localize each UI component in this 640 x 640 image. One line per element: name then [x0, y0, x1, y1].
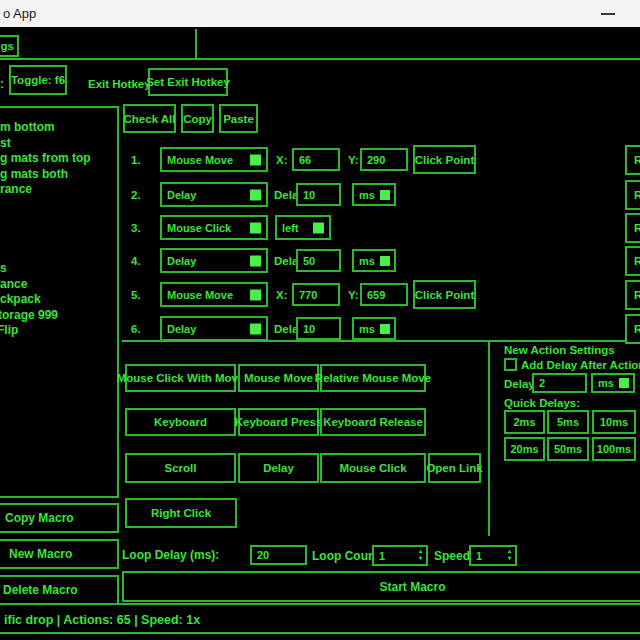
spinner-up-icon[interactable]: ▴	[508, 548, 511, 555]
remove-button[interactable]: R	[625, 180, 640, 210]
delay-unit-label: ms	[359, 323, 375, 335]
status-text: ific drop | Actions: 65 | Speed: 1x	[4, 613, 200, 627]
macro-button-delete-macro[interactable]: Delete Macro	[0, 575, 119, 605]
macro-list-item[interactable]: g mats from top	[0, 151, 91, 167]
action-button-mouse-move[interactable]: Mouse Move	[238, 364, 319, 392]
action-row: 3.Mouse Clickleft	[122, 213, 640, 244]
remove-button[interactable]: R	[625, 145, 640, 175]
macro-list-item[interactable]: torage 999	[0, 308, 58, 324]
action-button-delay[interactable]: Delay	[238, 453, 319, 483]
delay-input[interactable]: 10	[296, 317, 341, 340]
quick-delay-button-10ms[interactable]: 10ms	[592, 410, 636, 434]
action-button-keyboard-press[interactable]: Keyboard Press	[238, 408, 319, 436]
remove-button[interactable]: R	[625, 213, 640, 243]
action-row-number: 3.	[131, 222, 141, 234]
action-row: 1.Mouse MoveX:66Y:290Click Point	[122, 145, 640, 176]
macro-list-item[interactable]: rance	[0, 182, 32, 198]
spinner-down-icon[interactable]: ▾	[419, 555, 422, 562]
macro-list-item[interactable]: st	[0, 136, 11, 152]
action-button-keyboard[interactable]: Keyboard	[125, 408, 236, 436]
dropdown-indicator-icon	[380, 324, 390, 334]
spinner-down-icon[interactable]: ▾	[508, 555, 511, 562]
macro-list-item[interactable]: Flip	[0, 323, 18, 339]
macro-list-item[interactable]: m bottom	[0, 120, 55, 136]
quick-delay-button-5ms[interactable]: 5ms	[547, 410, 589, 434]
macro-button-new-macro[interactable]: New Macro	[0, 539, 119, 569]
start-macro-button[interactable]: Start Macro	[122, 571, 640, 602]
exit-hotkey-label: Exit Hotkey:	[88, 78, 154, 90]
action-button-mouse-click[interactable]: Mouse Click	[320, 453, 426, 483]
loop-count-stepper[interactable]: 1 ▴▾	[372, 545, 428, 566]
action-type-dropdown[interactable]: Delay	[160, 316, 268, 341]
x-input[interactable]: 66	[292, 148, 340, 171]
speed-label: Speed:	[434, 549, 474, 563]
spinner-up-icon[interactable]: ▴	[419, 548, 422, 555]
title-bar: o App	[0, 0, 640, 27]
click-point-button[interactable]: Click Point	[413, 145, 476, 174]
action-button-open-link[interactable]: Open Link	[428, 453, 481, 483]
action-button-relative-mouse-move[interactable]: Relative Mouse Move	[320, 364, 426, 392]
quick-delay-button-20ms[interactable]: 20ms	[504, 437, 545, 461]
speed-stepper[interactable]: 1 ▴▾	[469, 545, 517, 566]
quick-delay-button-2ms[interactable]: 2ms	[504, 410, 545, 434]
action-button-scroll[interactable]: Scroll	[125, 453, 236, 483]
action-row-number: 1.	[131, 154, 141, 166]
delay-unit-label: ms	[359, 255, 375, 267]
loop-delay-input[interactable]: 20	[250, 545, 307, 565]
macro-list-item[interactable]: ance	[0, 277, 27, 293]
delay-unit-dropdown[interactable]: ms	[352, 183, 396, 206]
action-type-dropdown[interactable]: Mouse Move	[160, 282, 268, 307]
macro-list-item[interactable]: ckpack	[0, 292, 41, 308]
menu-bottom-border	[0, 58, 640, 60]
action-type-dropdown[interactable]: Mouse Click	[160, 215, 268, 240]
copy-button[interactable]: Copy	[181, 104, 214, 133]
action-button-mouse-click-with-move[interactable]: Mouse Click With Move	[125, 364, 236, 392]
action-row-number: 6.	[131, 323, 141, 335]
app-window: o App gs : Toggle: f6 Exit Hotkey: Set E…	[0, 0, 640, 640]
macro-list-item[interactable]: s	[0, 261, 7, 277]
add-delay-checkbox[interactable]	[504, 358, 517, 371]
delay-input[interactable]: 10	[296, 183, 341, 206]
dropdown-indicator-icon	[380, 256, 390, 266]
macro-button-copy-macro[interactable]: Copy Macro	[0, 503, 119, 533]
action-type-dropdown[interactable]: Delay	[160, 248, 268, 273]
macro-list-item[interactable]: g mats both	[0, 167, 68, 183]
action-type-label: Mouse Move	[167, 289, 233, 301]
delay-input[interactable]: 50	[296, 249, 341, 272]
action-row: 5.Mouse MoveX:770Y:659Click Point	[122, 280, 640, 311]
remove-button[interactable]: R	[625, 314, 640, 344]
click-option-dropdown[interactable]: left	[275, 215, 331, 240]
click-point-button[interactable]: Click Point	[413, 280, 476, 309]
toggle-hotkey-button[interactable]: Toggle: f6	[9, 65, 67, 95]
y-input[interactable]: 659	[360, 283, 408, 306]
settings-panel-title: New Action Settings	[504, 344, 615, 356]
minimize-icon[interactable]	[601, 13, 615, 15]
remove-button[interactable]: R	[625, 246, 640, 276]
dropdown-indicator-icon	[250, 323, 261, 334]
actions-bottom-border	[122, 340, 640, 342]
quick-delay-button-100ms[interactable]: 100ms	[592, 437, 636, 461]
delay-unit-dropdown[interactable]: ms	[352, 249, 396, 272]
x-input[interactable]: 770	[292, 283, 340, 306]
menu-settings-button[interactable]: gs	[0, 35, 19, 57]
action-type-dropdown[interactable]: Mouse Move	[160, 147, 268, 172]
delay-unit-dropdown[interactable]: ms	[352, 317, 396, 340]
action-type-dropdown[interactable]: Delay	[160, 182, 268, 207]
action-button-right-click[interactable]: Right Click	[125, 498, 237, 528]
dropdown-indicator-icon	[250, 189, 261, 200]
check-all-button[interactable]: Check All	[123, 104, 176, 133]
add-delay-label: Add Delay After Action	[521, 359, 640, 371]
settings-delay-input[interactable]: 2	[532, 373, 587, 393]
action-button-keyboard-release[interactable]: Keyboard Release	[320, 408, 426, 436]
quick-delay-button-50ms[interactable]: 50ms	[547, 437, 589, 461]
hotkey-label-fragment: :	[0, 77, 4, 91]
menu-separator-line	[195, 29, 197, 58]
dropdown-indicator-icon	[619, 378, 629, 388]
set-exit-hotkey-button[interactable]: Set Exit Hotkey	[148, 68, 228, 96]
paste-button[interactable]: Paste	[219, 104, 258, 133]
loop-delay-label: Loop Delay (ms):	[122, 548, 219, 562]
y-input[interactable]: 290	[360, 148, 408, 171]
settings-delay-unit-dropdown[interactable]: ms	[591, 373, 635, 393]
remove-button[interactable]: R	[625, 280, 640, 310]
status-bar: ific drop | Actions: 65 | Speed: 1x	[0, 603, 640, 634]
